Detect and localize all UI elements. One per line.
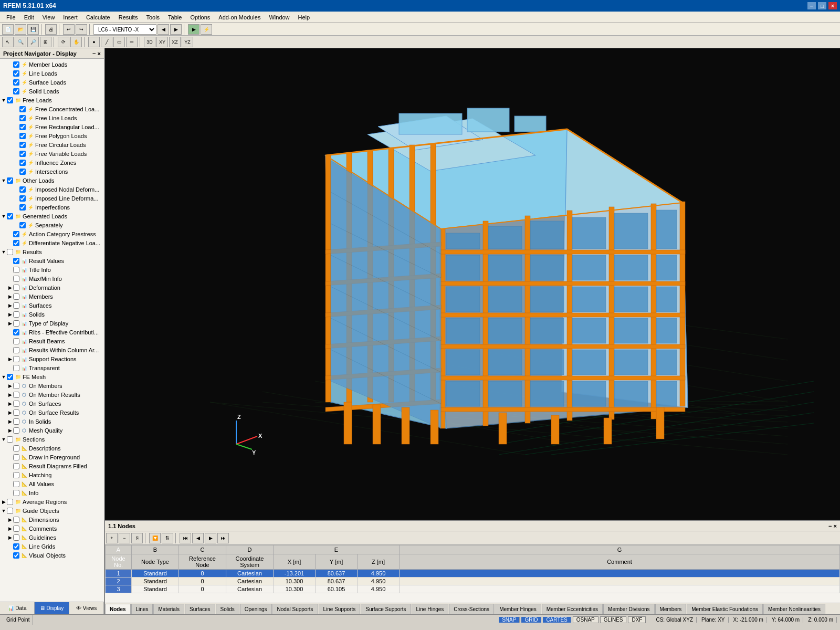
tree-checkbox-free-rectangular[interactable] <box>19 124 26 130</box>
tree-expand-fe-mesh[interactable]: ▼ <box>1 374 6 380</box>
tree-checkbox-result-diagrams-filled[interactable] <box>13 463 19 469</box>
tree-checkbox-visual-objects[interactable] <box>13 552 19 559</box>
tree-checkbox-transparent[interactable] <box>13 365 19 371</box>
table-add-button[interactable]: + <box>106 533 118 543</box>
status-grid[interactable]: GRID <box>521 617 541 623</box>
tree-item-average-regions[interactable]: ▶📁Average Regions <box>0 497 104 506</box>
status-cartes[interactable]: CARTES <box>543 617 571 623</box>
tree-expand-deformation[interactable]: ▶ <box>7 285 13 290</box>
print-button[interactable]: 🖨 <box>45 24 57 35</box>
tree-item-on-surfaces[interactable]: ▶⬡On Surfaces <box>0 399 104 408</box>
view-side-button[interactable]: YZ <box>182 37 193 47</box>
table-tab-openings[interactable]: Openings <box>240 604 272 614</box>
table-filter-button[interactable]: 🔽 <box>149 533 161 543</box>
menu-results[interactable]: Results <box>114 13 142 22</box>
tree-expand-surfaces[interactable]: ▶ <box>7 303 13 308</box>
menu-addon[interactable]: Add-on Modules <box>214 13 265 22</box>
tree-item-free-polygon[interactable]: ⚡Free Polygon Loads <box>0 131 104 140</box>
tree-checkbox-type-of-display[interactable] <box>13 320 19 327</box>
tree-item-line-loads[interactable]: ⚡Line Loads <box>0 69 104 78</box>
tree-checkbox-result-values[interactable] <box>13 258 19 264</box>
tree-item-free-circular[interactable]: ⚡Free Circular Loads <box>0 140 104 149</box>
tree-checkbox-free-polygon[interactable] <box>19 133 26 139</box>
tree-checkbox-on-member-results[interactable] <box>13 392 19 398</box>
status-snap[interactable]: SNAP <box>499 617 520 623</box>
table-tab-line-hinges[interactable]: Line Hinges <box>412 604 449 614</box>
tree-checkbox-differentiate-negative[interactable] <box>13 240 19 246</box>
tree-checkbox-line-grids[interactable] <box>13 543 19 550</box>
tree-item-members[interactable]: ▶📊Members <box>0 292 104 301</box>
tree-item-imperfections[interactable]: ⚡Imperfections <box>0 203 104 212</box>
tree-item-guide-objects[interactable]: ▼📁Guide Objects <box>0 506 104 515</box>
tree-item-line-grids[interactable]: 📐Line Grids <box>0 542 104 551</box>
col-subheader-coordsys[interactable]: Coordinate System <box>226 554 274 570</box>
tree-checkbox-descriptions[interactable] <box>13 445 19 452</box>
line-button[interactable]: ╱ <box>101 37 112 47</box>
table-tab-members[interactable]: Members <box>655 604 687 614</box>
minimize-button[interactable]: − <box>807 2 816 9</box>
tree-checkbox-title-info[interactable] <box>13 267 19 273</box>
tree-item-separately[interactable]: ⚡Separately <box>0 220 104 229</box>
undo-button[interactable]: ↩ <box>63 24 75 35</box>
table-tab-materials[interactable]: Materials <box>153 604 184 614</box>
tree-item-intersections[interactable]: ⚡Intersections <box>0 167 104 176</box>
tree-checkbox-action-category[interactable] <box>13 231 19 237</box>
tree-item-draw-in-foreground[interactable]: 📐Draw in Foreground <box>0 453 104 461</box>
tree-expand-on-member-results[interactable]: ▶ <box>7 392 13 397</box>
tree-checkbox-imperfections[interactable] <box>19 204 26 211</box>
tree-checkbox-sections[interactable] <box>7 436 13 443</box>
tree-expand-mesh-quality[interactable]: ▶ <box>7 428 13 433</box>
table-tab-lines[interactable]: Lines <box>131 604 153 614</box>
tree-expand-other-loads[interactable]: ▼ <box>1 178 6 183</box>
tree-expand-on-surface-results[interactable]: ▶ <box>7 410 13 415</box>
3d-viewport[interactable]: Z X Y <box>105 48 840 520</box>
tree-item-surfaces[interactable]: ▶📊Surfaces <box>0 301 104 310</box>
tree-item-imposed-line[interactable]: ⚡Imposed Line Deforma... <box>0 194 104 203</box>
tree-item-deformation[interactable]: ▶📊Deformation <box>0 283 104 292</box>
tab-views[interactable]: 👁 Views <box>69 602 104 614</box>
tree-checkbox-imposed-line[interactable] <box>19 195 26 202</box>
tree-checkbox-maxmin-info[interactable] <box>13 276 19 282</box>
tree-item-generated-loads[interactable]: ▼📁Generated Loads <box>0 212 104 220</box>
tree-checkbox-free-circular[interactable] <box>19 142 26 148</box>
tree-expand-free-loads[interactable]: ▼ <box>1 98 6 103</box>
tree-item-solids[interactable]: ▶📊Solids <box>0 310 104 319</box>
tree-checkbox-on-surface-results[interactable] <box>13 410 19 416</box>
menu-insert[interactable]: Insert <box>59 13 82 22</box>
redo-button[interactable]: ↪ <box>76 24 87 35</box>
tree-item-member-loads[interactable]: ⚡Member Loads <box>0 60 104 69</box>
tree-item-on-member-results[interactable]: ▶⬡On Member Results <box>0 390 104 399</box>
tree-checkbox-hatching[interactable] <box>13 472 19 478</box>
col-subheader-y[interactable]: Y [m] <box>316 554 358 570</box>
pan-button[interactable]: ✋ <box>70 37 82 47</box>
menu-edit[interactable]: Edit <box>20 13 38 22</box>
view-3d-button[interactable]: 3D <box>144 37 155 47</box>
table-tab-surfaces[interactable]: Surfaces <box>185 604 215 614</box>
tree-item-all-values[interactable]: 📐All Values <box>0 479 104 488</box>
maximize-button[interactable]: □ <box>818 2 826 9</box>
tree-item-free-variable[interactable]: ⚡Free Variable Loads <box>0 149 104 158</box>
tree-item-maxmin-info[interactable]: 📊Max/Min Info <box>0 274 104 283</box>
zoom-all-button[interactable]: ⊞ <box>40 37 51 47</box>
tree-expand-generated-loads[interactable]: ▼ <box>1 214 6 219</box>
tree-item-transparent[interactable]: 📊Transparent <box>0 363 104 372</box>
menu-table[interactable]: Table <box>164 13 186 22</box>
tree-checkbox-ribs-effective[interactable] <box>13 329 19 335</box>
table-prev-button[interactable]: ◀ <box>192 533 204 543</box>
tree-checkbox-guidelines[interactable] <box>13 534 19 541</box>
status-osnap[interactable]: OSNAP <box>573 616 598 623</box>
tree-item-free-loads[interactable]: ▼📁Free Loads <box>0 96 104 104</box>
tree-checkbox-guide-objects[interactable] <box>7 508 13 514</box>
menu-help[interactable]: Help <box>294 13 314 22</box>
panel-pin-button[interactable]: − <box>92 50 96 57</box>
rotate-button[interactable]: ⟳ <box>58 37 69 47</box>
calc-button[interactable]: ⚡ <box>201 24 212 35</box>
table-tab-solids[interactable]: Solids <box>216 604 239 614</box>
table-copy-button[interactable]: ⎘ <box>131 533 143 543</box>
tree-item-on-surface-results[interactable]: ▶⬡On Surface Results <box>0 408 104 417</box>
new-button[interactable]: 📄 <box>2 24 14 35</box>
tree-item-influence-zones[interactable]: ⚡Influence Zones <box>0 158 104 167</box>
tree-item-action-category[interactable]: ⚡Action Category Prestress <box>0 229 104 238</box>
tree-item-ribs-effective[interactable]: 📊Ribs - Effective Contributi... <box>0 328 104 337</box>
table-tab-member-eccentricities[interactable]: Member Eccentricities <box>542 604 603 614</box>
